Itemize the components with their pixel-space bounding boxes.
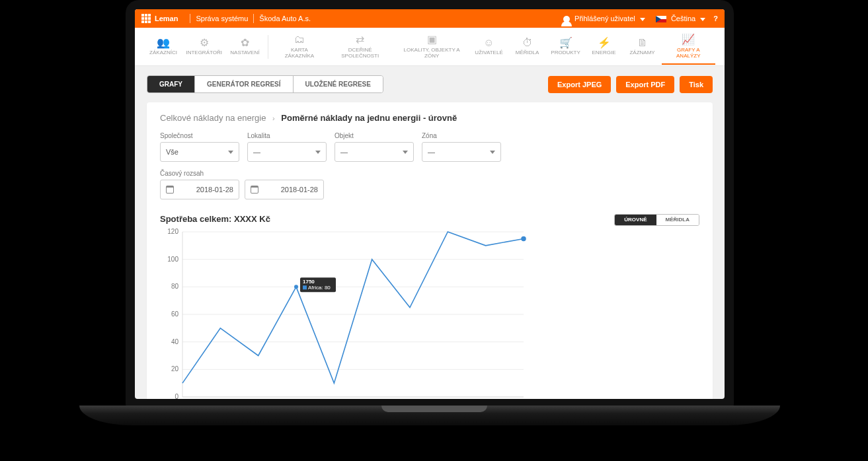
subnav-row: GRAFY GENERÁTOR REGRESÍ ULOŽENÉ REGRESE …	[147, 75, 713, 93]
user-icon: ☺	[483, 37, 494, 49]
company-label: Společnost	[160, 132, 239, 139]
breadcrumb-parent[interactable]: Celkové náklady na energie	[160, 113, 266, 123]
object-value: —	[340, 148, 348, 156]
laptop-notch	[381, 406, 487, 412]
chart-mode-toggle: ÚROVNĚ MĚŘIDLA	[614, 214, 699, 226]
gear-icon: ⚙	[200, 37, 209, 49]
nav-products[interactable]: 🛒 PRODUKTY	[547, 37, 585, 56]
nav-subsidiaries[interactable]: ⇄ DCEŘINÉ SPOLEČNOSTI	[327, 34, 394, 59]
gauge-icon: ⏱	[522, 37, 533, 49]
nav-meters[interactable]: ⏱ MĚŘIDLA	[508, 37, 547, 56]
tab-regression-generator[interactable]: GENERÁTOR REGRESÍ	[195, 76, 294, 92]
export-pdf-button[interactable]: Export PDF	[616, 76, 674, 93]
nav-label: GRAFY A ANALÝZY	[667, 48, 710, 59]
panel: Celkové náklady na energie › Poměrné nák…	[147, 102, 713, 399]
language-menu[interactable]: Čeština	[656, 15, 705, 22]
locality-value: —	[253, 148, 260, 156]
apps-grid-icon[interactable]	[141, 14, 151, 23]
tab-charts[interactable]: GRAFY	[147, 76, 195, 92]
zone-label: Zóna	[422, 132, 501, 139]
svg-text:1750: 1750	[303, 279, 315, 285]
date-from-value: 2018-01-28	[196, 186, 233, 194]
help-icon[interactable]: ?	[713, 15, 718, 22]
nav-settings[interactable]: ✿ NASTAVENÍ	[225, 37, 264, 56]
chevron-down-icon	[640, 18, 645, 21]
nav-label: UŽIVATELÉ	[475, 50, 502, 56]
user-icon	[563, 16, 570, 22]
svg-point-27	[294, 285, 298, 289]
cart-icon: 🛒	[559, 37, 572, 49]
date-to-value: 2018-01-28	[281, 186, 318, 194]
client-label[interactable]: Škoda Auto A.s.	[259, 15, 311, 22]
date-to-input[interactable]: 2018-01-28	[245, 180, 324, 199]
doc-icon: 🗎	[637, 37, 648, 49]
object-label: Objekt	[335, 132, 414, 139]
language-label: Čeština	[671, 15, 695, 22]
user-menu[interactable]: Přihlášený uživatel	[563, 15, 645, 22]
nav-label: PRODUKTY	[551, 50, 580, 56]
chart-title: Spotřeba celkem: XXXX Kč	[160, 214, 530, 224]
company-select[interactable]: Vše	[160, 142, 239, 162]
print-button[interactable]: Tisk	[680, 76, 713, 93]
svg-text:0: 0	[175, 393, 178, 399]
locality-label: Lokalita	[247, 132, 327, 139]
tab-saved-regressions[interactable]: ULOŽENÉ REGRESE	[294, 76, 383, 92]
nav-energy[interactable]: ⚡ ENERGIE	[585, 37, 623, 56]
tab-group: GRAFY GENERÁTOR REGRESÍ ULOŽENÉ REGRESE	[147, 75, 383, 93]
bolt-icon: ⚡	[598, 37, 611, 49]
brand-name[interactable]: Leman	[155, 15, 178, 22]
nav-users[interactable]: ☺ UŽIVATELÉ	[470, 37, 508, 56]
calendar-icon	[251, 186, 258, 194]
export-jpeg-button[interactable]: Export JPEG	[548, 76, 611, 93]
nav-label: LOKALITY, OBJEKTY A ZÓNY	[399, 48, 465, 59]
pill-levels[interactable]: ÚROVNĚ	[615, 215, 656, 225]
main-nav: 👥 ZÁKAZNÍCI ⚙ INTEGRÁTOŘI ✿ NASTAVENÍ 🗂 …	[135, 28, 725, 66]
app-screen: Leman Správa systému Škoda Auto A.s. Při…	[135, 9, 725, 399]
svg-text:20: 20	[171, 365, 179, 372]
breadcrumb: Celkové náklady na energie › Poměrné nák…	[160, 113, 699, 123]
svg-rect-30	[303, 285, 307, 289]
nav-label: ZÁKAZNÍCI	[149, 50, 177, 56]
nav-locations[interactable]: ▣ LOKALITY, OBJEKTY A ZÓNY	[394, 34, 470, 59]
chevron-down-icon	[403, 151, 408, 154]
object-select[interactable]: —	[335, 142, 414, 162]
svg-text:40: 40	[171, 338, 179, 345]
svg-text:Africa: 80: Africa: 80	[308, 285, 331, 291]
date-from-input[interactable]: 2018-01-28	[160, 180, 239, 199]
line-chart: 0204060801001201500160017001750180018501…	[160, 228, 530, 399]
nav-label: MĚŘIDLA	[516, 50, 539, 56]
svg-text:60: 60	[171, 310, 179, 318]
nav-label: DCEŘINÉ SPOLEČNOSTI	[332, 48, 389, 59]
locality-select[interactable]: —	[247, 142, 327, 162]
zone-select[interactable]: —	[422, 142, 501, 162]
nav-label: ZÁZNAMY	[629, 50, 654, 56]
nav-integrators[interactable]: ⚙ INTEGRÁTOŘI	[182, 37, 225, 56]
users-icon: 👥	[157, 37, 170, 49]
calendar-icon	[166, 186, 174, 194]
grid-icon: ▣	[427, 34, 437, 46]
zone-value: —	[428, 148, 435, 156]
svg-text:80: 80	[171, 283, 179, 290]
chevron-down-icon	[490, 151, 495, 154]
nav-label: ENERGIE	[592, 50, 616, 56]
timerange-label: Časový rozsah	[160, 170, 324, 177]
chevron-down-icon	[700, 18, 705, 21]
topbar-divider	[253, 14, 254, 23]
pill-meters[interactable]: MĚŘIDLA	[656, 215, 699, 225]
company-value: Vše	[166, 148, 178, 156]
nav-customers[interactable]: 👥 ZÁKAZNÍCI	[144, 37, 182, 56]
chevron-down-icon	[228, 151, 233, 154]
nav-customer-card[interactable]: 🗂 KARTA ZÁKAZNÍKA	[272, 34, 326, 59]
nav-label: NASTAVENÍ	[230, 50, 259, 56]
breadcrumb-current: Poměrné náklady na jednu energii - úrovn…	[281, 113, 457, 123]
nav-label: KARTA ZÁKAZNÍKA	[278, 48, 321, 59]
svg-text:100: 100	[167, 256, 178, 263]
section-label[interactable]: Správa systému	[196, 15, 248, 22]
nav-charts-analyses[interactable]: 📈 GRAFY A ANALÝZY	[662, 34, 715, 64]
content-area: GRAFY GENERÁTOR REGRESÍ ULOŽENÉ REGRESE …	[135, 66, 725, 399]
svg-point-26	[522, 236, 526, 240]
nav-records[interactable]: 🗎 ZÁZNAMY	[623, 37, 662, 56]
laptop-frame: Leman Správa systému Škoda Auto A.s. Při…	[126, 0, 734, 408]
chevron-right-icon: ›	[272, 114, 275, 122]
chart-icon: 📈	[682, 34, 695, 46]
